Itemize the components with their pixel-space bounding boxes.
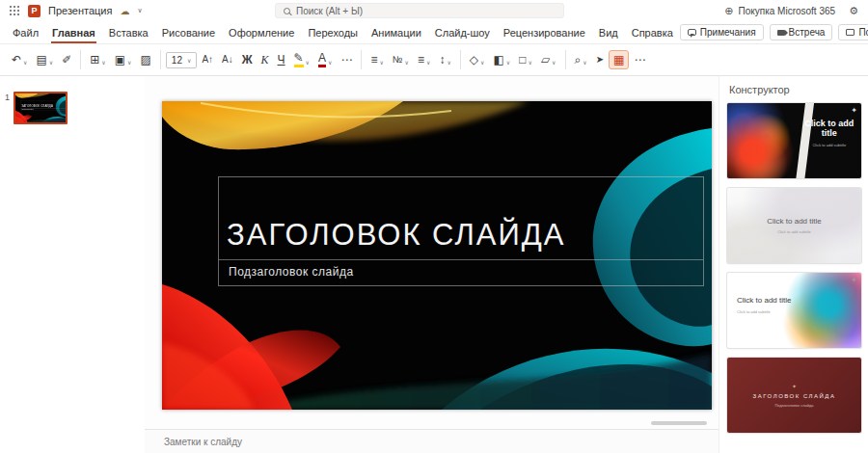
powerpoint-logo-icon[interactable]: P <box>28 5 41 17</box>
tab-animations[interactable]: Анимации <box>365 23 428 42</box>
arrange-button[interactable]: ▱∨ <box>537 51 560 68</box>
tab-transitions[interactable]: Переходы <box>301 23 365 42</box>
shape-fill-button[interactable]: ◧∨ <box>489 51 514 68</box>
chevron-down-icon: ∨ <box>23 59 27 66</box>
tab-insert[interactable]: Вставка <box>102 23 155 42</box>
tab-slideshow[interactable]: Слайд-шоу <box>428 23 497 42</box>
chevron-down-icon: ∨ <box>447 59 450 66</box>
shapes-button[interactable]: ◇∨ <box>466 51 489 68</box>
comments-button[interactable]: Примечания <box>680 24 764 40</box>
slide-editor[interactable]: ЗАГОЛОВОК СЛАЙДА Подзаголовок слайда <box>162 101 712 410</box>
design-subtitle: Click to add subtitle <box>777 229 811 234</box>
tab-review[interactable]: Рецензирование <box>497 23 592 42</box>
comment-icon <box>688 29 696 36</box>
align-button[interactable]: ≡∨ <box>414 51 434 68</box>
search-input[interactable]: Поиск (Alt + Ы) <box>275 3 564 18</box>
paste-button[interactable]: ▤∨ <box>32 51 57 68</box>
document-title[interactable]: Презентация <box>48 5 112 16</box>
tab-help[interactable]: Справка <box>625 23 680 42</box>
notes-input[interactable]: Заметки к слайду <box>145 429 719 453</box>
chevron-down-icon: ∨ <box>552 59 556 66</box>
select-arrow-icon: ➤ <box>596 55 604 65</box>
arrange-icon: ▱ <box>541 54 550 66</box>
upgrade-button[interactable]: ⊕ Покупка Microsoft 365 <box>724 5 835 17</box>
horizontal-scrollbar[interactable] <box>651 421 707 425</box>
bold-icon: Ж <box>242 54 253 66</box>
settings-gear-icon[interactable]: ⚙ <box>849 5 858 17</box>
bullets-button[interactable]: ≡∨ <box>366 51 387 68</box>
undo-button[interactable]: ↶∨ <box>8 51 31 68</box>
ribbon-right-actions: Примечания Встреча Показ ∨ ✎ Правка ∨ ↗ … <box>680 24 868 40</box>
present-button[interactable]: Показ ∨ <box>838 24 868 40</box>
title-chevron-icon[interactable]: ∨ <box>137 7 142 14</box>
layout-button[interactable]: ▣∨ <box>111 51 136 68</box>
highlighter-icon: ✎ <box>294 52 304 67</box>
bold-button[interactable]: Ж <box>238 51 257 68</box>
tab-design[interactable]: Оформление <box>222 23 301 42</box>
design-text-block: ✦ ЗАГОЛОВОК СЛАЙДА Подзаголовок слайда <box>727 358 861 433</box>
more-font-options-button[interactable]: ⋯ <box>337 51 356 68</box>
designer-sparkle-icon: ✦ <box>851 106 857 115</box>
grow-font-button[interactable]: A↑ <box>198 52 217 67</box>
shape-outline-button[interactable]: □∨ <box>515 51 536 68</box>
shrink-font-button[interactable]: A↓ <box>218 52 237 67</box>
chevron-down-icon: ∨ <box>187 57 191 64</box>
camera-icon <box>777 30 785 36</box>
ornament-icon: ✦ <box>792 383 797 389</box>
toolbar-separator <box>565 50 566 69</box>
slide-canvas: ЗАГОЛОВОК СЛАЙДА Подзаголовок слайда Зам… <box>145 76 719 453</box>
text-highlight-button[interactable]: ✎∨ <box>290 49 313 70</box>
align-text-icon: ≡ <box>418 54 424 66</box>
design-subtitle: Подзаголовок слайда <box>774 403 813 408</box>
more-commands-button[interactable]: ⋯ <box>630 51 649 68</box>
home-ribbon-toolbar: ↶∨ ▤∨ ✐ ⊞∨ ▣∨ ▨ 12 ∨ A↑ A↓ Ж К Ч ✎∨ А∨ ⋯… <box>0 44 868 76</box>
chevron-down-icon: ∨ <box>49 59 53 66</box>
designer-suggestion-3[interactable]: ✦ Click to add title Click to add subtit… <box>727 273 861 348</box>
notes-placeholder: Заметки к слайду <box>164 437 242 447</box>
designer-suggestion-1[interactable]: ✦ Click to add title Click to add subtit… <box>727 103 861 178</box>
italic-button[interactable]: К <box>258 51 273 68</box>
app-launcher-icon[interactable] <box>10 6 20 16</box>
chevron-down-icon: ∨ <box>127 59 131 66</box>
undo-icon: ↶ <box>12 54 21 66</box>
underline-button[interactable]: Ч <box>274 51 289 68</box>
powerpoint-web-app: P Презентация ☁ ∨ Поиск (Alt + Ы) ⊕ Поку… <box>0 0 868 453</box>
paste-icon: ▤ <box>36 54 46 66</box>
format-painter-button[interactable]: ✐ <box>58 51 75 68</box>
shape-outline-icon: □ <box>519 54 526 66</box>
upgrade-label: Покупка Microsoft 365 <box>739 6 836 16</box>
tab-draw[interactable]: Рисование <box>155 23 222 42</box>
chevron-down-icon: ∨ <box>306 59 310 66</box>
find-button[interactable]: ⌕∨ <box>571 51 591 68</box>
insert-image-button[interactable]: ▨ <box>137 51 155 68</box>
slide-subtitle-text[interactable]: Подзаголовок слайда <box>219 259 703 285</box>
chevron-down-icon: ∨ <box>426 59 430 66</box>
layout-icon: ▣ <box>115 54 125 66</box>
chevron-down-icon: ∨ <box>480 59 484 66</box>
tab-home[interactable]: Главная <box>45 23 102 42</box>
font-color-button[interactable]: А∨ <box>314 49 336 70</box>
bullet-list-icon: ≡ <box>370 54 377 66</box>
designer-panel: Конструктор ✦ Click to add title Click t… <box>719 76 868 453</box>
designer-suggestion-4[interactable]: ✦ ЗАГОЛОВОК СЛАЙДА Подзаголовок слайда <box>727 358 861 433</box>
designer-toggle-button[interactable]: ▦ <box>609 50 629 69</box>
designer-suggestion-2[interactable]: Click to add title Click to add subtitle <box>727 188 861 263</box>
tab-file[interactable]: Файл <box>6 23 45 42</box>
slide-thumbnail-1[interactable]: ЗАГОЛОВОК СЛАЙДА Подзаголовок слайда <box>14 92 68 124</box>
tab-view[interactable]: Вид <box>592 23 625 42</box>
ribbon-tab-bar: Файл Главная Вставка Рисование Оформлени… <box>0 21 868 44</box>
font-size-select[interactable]: 12 ∨ <box>166 52 198 68</box>
slide-title-placeholder[interactable]: ЗАГОЛОВОК СЛАЙДА Подзаголовок слайда <box>218 176 704 286</box>
meeting-button[interactable]: Встреча <box>770 24 833 40</box>
ellipsis-icon: ⋯ <box>634 54 645 66</box>
slide-title-text[interactable]: ЗАГОЛОВОК СЛАЙДА <box>219 218 703 259</box>
thumbnail-title-box: ЗАГОЛОВОК СЛАЙДА Подзаголовок слайда <box>20 100 66 111</box>
select-button[interactable]: ➤ <box>592 52 608 67</box>
present-label: Показ <box>858 27 868 38</box>
design-subtitle: Click to add subtitle <box>737 309 793 314</box>
new-slide-button[interactable]: ⊞∨ <box>86 51 109 68</box>
design-title: Click to add title <box>737 296 793 306</box>
line-spacing-button[interactable]: ↕∨ <box>435 51 454 68</box>
chevron-down-icon: ∨ <box>101 59 105 66</box>
numbering-button[interactable]: №∨ <box>389 52 413 68</box>
